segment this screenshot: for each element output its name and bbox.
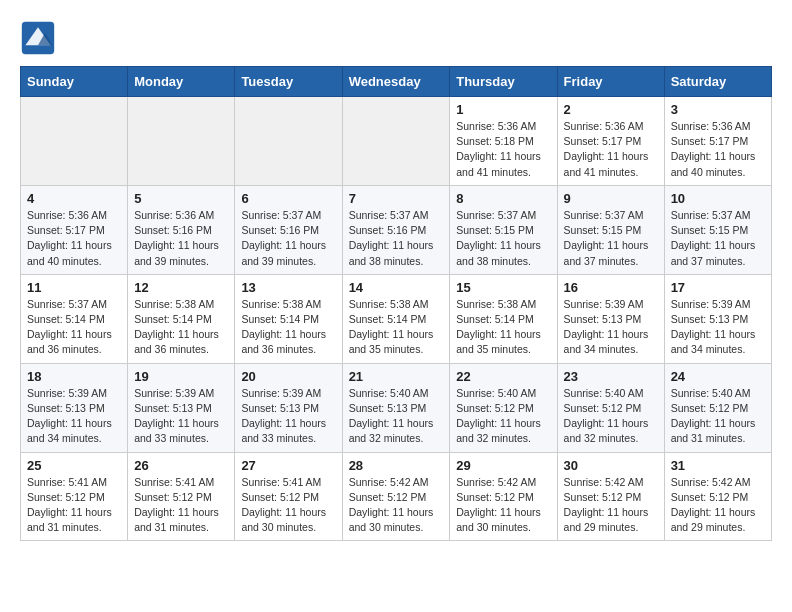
day-number: 20	[241, 369, 335, 384]
calendar-day-cell: 28Sunrise: 5:42 AM Sunset: 5:12 PM Dayli…	[342, 452, 450, 541]
day-number: 14	[349, 280, 444, 295]
day-info: Sunrise: 5:39 AM Sunset: 5:13 PM Dayligh…	[241, 386, 335, 447]
calendar-day-cell: 10Sunrise: 5:37 AM Sunset: 5:15 PM Dayli…	[664, 185, 771, 274]
day-info: Sunrise: 5:37 AM Sunset: 5:15 PM Dayligh…	[456, 208, 550, 269]
day-info: Sunrise: 5:41 AM Sunset: 5:12 PM Dayligh…	[134, 475, 228, 536]
day-number: 16	[564, 280, 658, 295]
day-of-week-header: Wednesday	[342, 67, 450, 97]
calendar-day-cell: 2Sunrise: 5:36 AM Sunset: 5:17 PM Daylig…	[557, 97, 664, 186]
day-number: 9	[564, 191, 658, 206]
day-of-week-header: Sunday	[21, 67, 128, 97]
day-number: 22	[456, 369, 550, 384]
day-info: Sunrise: 5:36 AM Sunset: 5:17 PM Dayligh…	[27, 208, 121, 269]
day-info: Sunrise: 5:40 AM Sunset: 5:13 PM Dayligh…	[349, 386, 444, 447]
calendar-day-cell: 27Sunrise: 5:41 AM Sunset: 5:12 PM Dayli…	[235, 452, 342, 541]
calendar-day-cell: 29Sunrise: 5:42 AM Sunset: 5:12 PM Dayli…	[450, 452, 557, 541]
day-info: Sunrise: 5:42 AM Sunset: 5:12 PM Dayligh…	[564, 475, 658, 536]
day-info: Sunrise: 5:38 AM Sunset: 5:14 PM Dayligh…	[241, 297, 335, 358]
day-info: Sunrise: 5:36 AM Sunset: 5:16 PM Dayligh…	[134, 208, 228, 269]
day-number: 27	[241, 458, 335, 473]
day-info: Sunrise: 5:36 AM Sunset: 5:17 PM Dayligh…	[564, 119, 658, 180]
day-info: Sunrise: 5:41 AM Sunset: 5:12 PM Dayligh…	[241, 475, 335, 536]
day-info: Sunrise: 5:37 AM Sunset: 5:14 PM Dayligh…	[27, 297, 121, 358]
day-info: Sunrise: 5:37 AM Sunset: 5:16 PM Dayligh…	[241, 208, 335, 269]
calendar-day-cell: 1Sunrise: 5:36 AM Sunset: 5:18 PM Daylig…	[450, 97, 557, 186]
calendar-day-cell: 18Sunrise: 5:39 AM Sunset: 5:13 PM Dayli…	[21, 363, 128, 452]
day-number: 15	[456, 280, 550, 295]
day-of-week-header: Thursday	[450, 67, 557, 97]
calendar-day-cell: 5Sunrise: 5:36 AM Sunset: 5:16 PM Daylig…	[128, 185, 235, 274]
day-number: 1	[456, 102, 550, 117]
day-info: Sunrise: 5:38 AM Sunset: 5:14 PM Dayligh…	[134, 297, 228, 358]
day-number: 26	[134, 458, 228, 473]
page-header	[20, 20, 772, 56]
calendar-day-cell: 21Sunrise: 5:40 AM Sunset: 5:13 PM Dayli…	[342, 363, 450, 452]
day-info: Sunrise: 5:39 AM Sunset: 5:13 PM Dayligh…	[134, 386, 228, 447]
day-number: 23	[564, 369, 658, 384]
day-info: Sunrise: 5:42 AM Sunset: 5:12 PM Dayligh…	[671, 475, 765, 536]
day-info: Sunrise: 5:39 AM Sunset: 5:13 PM Dayligh…	[564, 297, 658, 358]
calendar-day-cell: 8Sunrise: 5:37 AM Sunset: 5:15 PM Daylig…	[450, 185, 557, 274]
calendar-day-cell: 14Sunrise: 5:38 AM Sunset: 5:14 PM Dayli…	[342, 274, 450, 363]
day-info: Sunrise: 5:37 AM Sunset: 5:15 PM Dayligh…	[671, 208, 765, 269]
day-info: Sunrise: 5:42 AM Sunset: 5:12 PM Dayligh…	[456, 475, 550, 536]
day-number: 13	[241, 280, 335, 295]
day-number: 18	[27, 369, 121, 384]
calendar-day-cell: 6Sunrise: 5:37 AM Sunset: 5:16 PM Daylig…	[235, 185, 342, 274]
calendar-day-cell: 12Sunrise: 5:38 AM Sunset: 5:14 PM Dayli…	[128, 274, 235, 363]
calendar-day-cell: 19Sunrise: 5:39 AM Sunset: 5:13 PM Dayli…	[128, 363, 235, 452]
day-number: 8	[456, 191, 550, 206]
day-info: Sunrise: 5:41 AM Sunset: 5:12 PM Dayligh…	[27, 475, 121, 536]
day-info: Sunrise: 5:37 AM Sunset: 5:16 PM Dayligh…	[349, 208, 444, 269]
calendar-day-cell: 31Sunrise: 5:42 AM Sunset: 5:12 PM Dayli…	[664, 452, 771, 541]
day-info: Sunrise: 5:38 AM Sunset: 5:14 PM Dayligh…	[349, 297, 444, 358]
calendar-day-cell: 30Sunrise: 5:42 AM Sunset: 5:12 PM Dayli…	[557, 452, 664, 541]
day-info: Sunrise: 5:40 AM Sunset: 5:12 PM Dayligh…	[456, 386, 550, 447]
day-info: Sunrise: 5:40 AM Sunset: 5:12 PM Dayligh…	[671, 386, 765, 447]
day-number: 30	[564, 458, 658, 473]
calendar-day-cell: 13Sunrise: 5:38 AM Sunset: 5:14 PM Dayli…	[235, 274, 342, 363]
calendar-day-cell: 4Sunrise: 5:36 AM Sunset: 5:17 PM Daylig…	[21, 185, 128, 274]
day-number: 10	[671, 191, 765, 206]
calendar-day-cell: 9Sunrise: 5:37 AM Sunset: 5:15 PM Daylig…	[557, 185, 664, 274]
calendar-day-cell: 26Sunrise: 5:41 AM Sunset: 5:12 PM Dayli…	[128, 452, 235, 541]
day-number: 6	[241, 191, 335, 206]
day-of-week-header: Tuesday	[235, 67, 342, 97]
calendar-day-cell: 11Sunrise: 5:37 AM Sunset: 5:14 PM Dayli…	[21, 274, 128, 363]
day-of-week-header: Friday	[557, 67, 664, 97]
day-of-week-header: Monday	[128, 67, 235, 97]
day-number: 7	[349, 191, 444, 206]
day-info: Sunrise: 5:36 AM Sunset: 5:17 PM Dayligh…	[671, 119, 765, 180]
day-number: 19	[134, 369, 228, 384]
calendar-day-cell: 22Sunrise: 5:40 AM Sunset: 5:12 PM Dayli…	[450, 363, 557, 452]
calendar-day-cell	[235, 97, 342, 186]
day-info: Sunrise: 5:39 AM Sunset: 5:13 PM Dayligh…	[671, 297, 765, 358]
day-info: Sunrise: 5:39 AM Sunset: 5:13 PM Dayligh…	[27, 386, 121, 447]
day-number: 31	[671, 458, 765, 473]
calendar-day-cell: 20Sunrise: 5:39 AM Sunset: 5:13 PM Dayli…	[235, 363, 342, 452]
day-info: Sunrise: 5:37 AM Sunset: 5:15 PM Dayligh…	[564, 208, 658, 269]
calendar-day-cell: 23Sunrise: 5:40 AM Sunset: 5:12 PM Dayli…	[557, 363, 664, 452]
logo-icon	[20, 20, 56, 56]
day-number: 2	[564, 102, 658, 117]
header-row: SundayMondayTuesdayWednesdayThursdayFrid…	[21, 67, 772, 97]
day-number: 17	[671, 280, 765, 295]
calendar-day-cell: 7Sunrise: 5:37 AM Sunset: 5:16 PM Daylig…	[342, 185, 450, 274]
day-number: 29	[456, 458, 550, 473]
day-number: 25	[27, 458, 121, 473]
logo	[20, 20, 62, 56]
calendar-week-row: 11Sunrise: 5:37 AM Sunset: 5:14 PM Dayli…	[21, 274, 772, 363]
calendar-week-row: 25Sunrise: 5:41 AM Sunset: 5:12 PM Dayli…	[21, 452, 772, 541]
day-number: 5	[134, 191, 228, 206]
calendar-week-row: 18Sunrise: 5:39 AM Sunset: 5:13 PM Dayli…	[21, 363, 772, 452]
calendar-day-cell: 17Sunrise: 5:39 AM Sunset: 5:13 PM Dayli…	[664, 274, 771, 363]
day-of-week-header: Saturday	[664, 67, 771, 97]
calendar: SundayMondayTuesdayWednesdayThursdayFrid…	[20, 66, 772, 541]
day-info: Sunrise: 5:42 AM Sunset: 5:12 PM Dayligh…	[349, 475, 444, 536]
day-number: 21	[349, 369, 444, 384]
calendar-day-cell	[21, 97, 128, 186]
day-number: 12	[134, 280, 228, 295]
day-number: 11	[27, 280, 121, 295]
day-number: 3	[671, 102, 765, 117]
calendar-day-cell: 15Sunrise: 5:38 AM Sunset: 5:14 PM Dayli…	[450, 274, 557, 363]
